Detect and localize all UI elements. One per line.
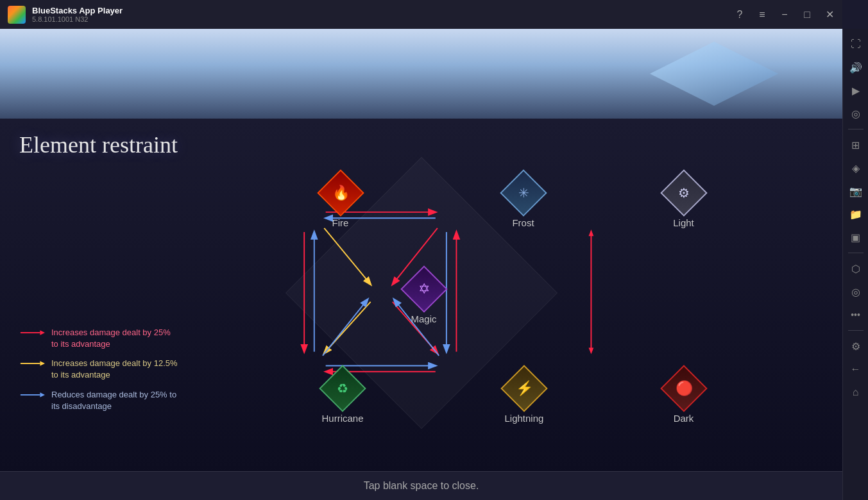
sidebar-icon-11[interactable]: ◎: [846, 281, 866, 302]
frost-icon-wrapper: ✳: [505, 174, 542, 212]
close-button[interactable]: ✕: [823, 8, 836, 21]
app-version: 5.8.101.1001 N32: [32, 15, 123, 23]
light-icon-wrapper: ⚙: [665, 174, 702, 212]
bottom-bar[interactable]: Tap blank space to close.: [0, 471, 842, 500]
magic-diamond: ✡: [400, 265, 448, 313]
legend-item-yellow: Increases damage dealt by 12.5% to its a…: [19, 358, 180, 381]
legend-text-blue: Reduces damage dealt by 25% to its disad…: [51, 389, 180, 412]
sidebar-icon-10[interactable]: ⬡: [846, 258, 866, 279]
titlebar: BlueStacks App Player 5.8.101.1001 N32 ?…: [0, 0, 842, 29]
titlebar-controls: ? ≡ − □ ✕: [733, 8, 836, 21]
element-node-dark: 🔴 Dark: [665, 370, 702, 424]
dark-top-arrowhead: [588, 229, 593, 236]
legend-text-red: Increases damage dealt by 25% to its adv…: [51, 327, 180, 350]
legend-item-red: Increases damage dealt by 25% to its adv…: [19, 327, 180, 350]
svg-marker-3: [40, 361, 45, 366]
element-node-frost: ✳ Frost: [505, 174, 542, 228]
sidebar-divider-1: [848, 129, 864, 129]
element-node-fire: 🔥 Fire: [322, 174, 359, 228]
svg-marker-1: [40, 330, 45, 335]
fire-diamond: 🔥: [317, 169, 364, 217]
sidebar-back-icon[interactable]: ←: [846, 359, 866, 379]
element-node-light: ⚙ Light: [665, 174, 702, 228]
help-button[interactable]: ?: [733, 9, 746, 21]
svg-marker-5: [40, 392, 45, 397]
content-area[interactable]: Element restraint: [0, 119, 842, 471]
title-text: BlueStacks App Player 5.8.101.1001 N32: [32, 6, 123, 23]
page-title: Element restraint: [19, 131, 823, 158]
lightning-icon-wrapper: ⚡: [506, 370, 543, 407]
hurricane-icon-wrapper: ♻: [324, 370, 361, 407]
sidebar-icon-9[interactable]: ▣: [846, 227, 866, 247]
right-sidebar: ⛶ 🔊 ▶ ◎ ⊞ ◈ 📷 📁 ▣ ⬡ ◎ ••• ⚙ ← ⌂: [842, 29, 868, 500]
app-name: BlueStacks App Player: [32, 6, 123, 15]
lightning-diamond: ⚡: [500, 365, 548, 412]
frost-diamond: ✳: [500, 169, 547, 217]
sidebar-home-icon[interactable]: ⌂: [846, 382, 866, 403]
menu-button[interactable]: ≡: [756, 9, 769, 21]
element-node-hurricane: ♻ Hurricane: [322, 370, 364, 424]
legend-arrow-blue: [19, 391, 45, 399]
sidebar-divider-2: [848, 253, 864, 253]
fire-icon-wrapper: 🔥: [322, 174, 359, 212]
element-diagram: 🔥 Fire ✳ Frost: [197, 165, 646, 434]
bottom-text: Tap blank space to close.: [364, 480, 479, 492]
top-banner: [0, 29, 842, 119]
sidebar-icon-2[interactable]: 🔊: [846, 57, 866, 78]
light-label: Light: [673, 217, 694, 228]
dark-icon-wrapper: 🔴: [665, 370, 702, 407]
sidebar-fullscreen-icon[interactable]: ⛶: [846, 34, 866, 54]
sidebar-icon-7[interactable]: 📷: [846, 181, 866, 201]
sidebar-icon-6[interactable]: ◈: [846, 158, 866, 178]
legend-arrow-red: [19, 329, 45, 337]
maximize-button[interactable]: □: [801, 9, 813, 21]
legend: Increases damage dealt by 25% to its adv…: [19, 327, 180, 420]
element-node-magic: ✡ Magic: [405, 271, 443, 324]
sidebar-dots[interactable]: •••: [846, 304, 866, 325]
main-layout: Element restraint: [0, 29, 868, 500]
minimize-button[interactable]: −: [778, 9, 791, 21]
magic-label: Magic: [411, 313, 436, 324]
sidebar-icon-3[interactable]: ▶: [846, 80, 866, 101]
game-area: Element restraint: [0, 29, 842, 500]
sidebar-icon-4[interactable]: ◎: [846, 103, 866, 124]
dark-diamond: 🔴: [660, 365, 708, 412]
hurricane-label: Hurricane: [322, 413, 364, 424]
sidebar-divider-3: [848, 330, 864, 331]
dark-label: Dark: [674, 413, 694, 424]
element-node-lightning: ⚡ Lightning: [505, 370, 544, 424]
legend-arrow-yellow: [19, 360, 45, 367]
sidebar-icon-5[interactable]: ⊞: [846, 135, 866, 155]
light-diamond: ⚙: [660, 169, 708, 217]
legend-text-yellow: Increases damage dealt by 12.5% to its a…: [51, 358, 180, 381]
legend-item-blue: Reduces damage dealt by 25% to its disad…: [19, 389, 180, 412]
frost-label: Frost: [512, 217, 534, 228]
dark-bottom-arrowhead: [588, 347, 593, 354]
hurricane-diamond: ♻: [319, 365, 366, 412]
fire-label: Fire: [332, 217, 349, 228]
bluestacks-logo: [6, 4, 27, 25]
sidebar-icon-8[interactable]: 📁: [846, 204, 866, 224]
sidebar-settings-icon[interactable]: ⚙: [846, 336, 866, 356]
lightning-label: Lightning: [505, 413, 544, 424]
magic-icon-wrapper: ✡: [405, 271, 443, 308]
